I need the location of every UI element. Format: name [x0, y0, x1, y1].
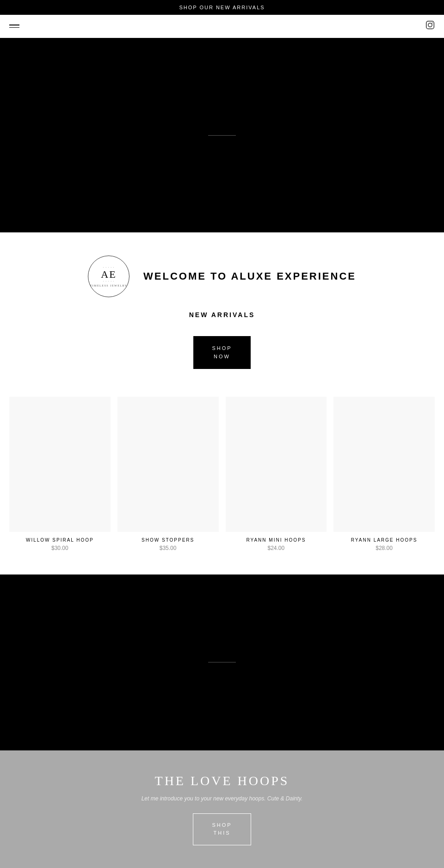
welcome-top: · · · · · AE · · · · · TIMELESS JEWELRY … [88, 256, 356, 297]
instagram-icon [426, 20, 435, 30]
love-hoops-title: THE LOVE HOOPS [155, 774, 290, 788]
second-hero-divider [208, 662, 236, 662]
logo-dots-bottom: · · · · · [103, 280, 115, 283]
header [0, 15, 444, 38]
product-card[interactable]: RYANN MINI HOOPS $24.00 [226, 397, 327, 551]
brand-initials: AE [101, 269, 116, 280]
products-grid: WILLOW SPIRAL HOOP $30.00 SHOW STOPPERS … [9, 397, 435, 551]
product-image [9, 397, 111, 532]
hero-section [0, 38, 444, 232]
love-hoops-subtitle: Let me introduce you to your new everyda… [142, 795, 303, 802]
product-name: RYANN MINI HOOPS [246, 537, 306, 543]
new-arrivals-label: NEW ARRIVALS [189, 311, 255, 318]
product-card[interactable]: WILLOW SPIRAL HOOP $30.00 [9, 397, 111, 551]
products-section: WILLOW SPIRAL HOOP $30.00 SHOW STOPPERS … [0, 387, 444, 575]
new-arrivals-block: NEW ARRIVALS SHOP NOW [189, 311, 255, 369]
product-price: $28.00 [376, 545, 393, 551]
product-image [226, 397, 327, 532]
brand-logo: · · · · · AE · · · · · TIMELESS JEWELRY [88, 256, 130, 297]
svg-point-2 [432, 23, 433, 24]
product-name: WILLOW SPIRAL HOOP [26, 537, 94, 543]
product-image [333, 397, 435, 532]
second-hero-section [0, 575, 444, 750]
product-price: $35.00 [160, 545, 177, 551]
shop-now-button[interactable]: SHOP NOW [193, 336, 250, 369]
announcement-bar: SHOP OUR NEW ARRIVALS [0, 0, 444, 15]
product-card[interactable]: RYANN LARGE HOOPS $28.00 [333, 397, 435, 551]
product-price: $24.00 [268, 545, 285, 551]
shop-this-button[interactable]: SHOP THIS [193, 813, 251, 845]
welcome-section: · · · · · AE · · · · · TIMELESS JEWELRY … [0, 232, 444, 387]
product-image [117, 397, 219, 532]
hero-divider [208, 135, 236, 136]
welcome-title: WELCOME TO ALUXE EXPERIENCE [143, 270, 356, 282]
instagram-link[interactable] [426, 20, 435, 32]
product-name: SHOW STOPPERS [142, 537, 194, 543]
svg-point-1 [428, 23, 432, 27]
hamburger-menu-button[interactable] [9, 25, 19, 28]
svg-rect-0 [426, 21, 434, 29]
announcement-text: SHOP OUR NEW ARRIVALS [179, 5, 265, 10]
brand-tagline: TIMELESS JEWELRY [90, 284, 127, 287]
love-hoops-section: THE LOVE HOOPS Let me introduce you to y… [0, 750, 444, 868]
product-price: $30.00 [51, 545, 68, 551]
product-name: RYANN LARGE HOOPS [351, 537, 418, 543]
product-card[interactable]: SHOW STOPPERS $35.00 [117, 397, 219, 551]
